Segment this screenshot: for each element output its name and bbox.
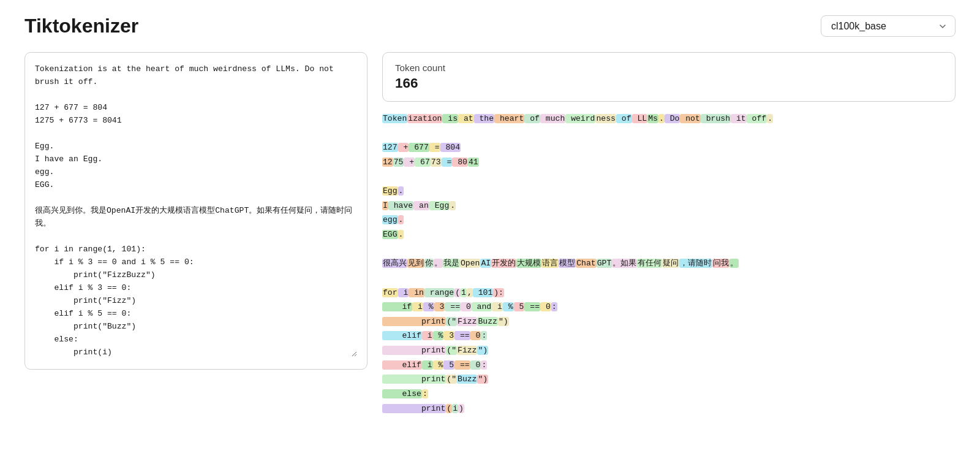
token-display: Tokenization is at the heart of much wei… xyxy=(382,112,956,416)
page-title: Tiktokenizer xyxy=(24,15,138,37)
input-textarea[interactable]: Tokenization is at the heart of much wei… xyxy=(35,63,357,357)
input-container: Tokenization is at the heart of much wei… xyxy=(24,52,368,370)
token-count-label: Token count xyxy=(395,63,943,73)
token-count-box: Token count 166 xyxy=(382,52,956,102)
model-select[interactable]: cl100k_base p50k_base r50k_base gpt2 xyxy=(821,15,956,37)
token-count-value: 166 xyxy=(395,75,943,91)
